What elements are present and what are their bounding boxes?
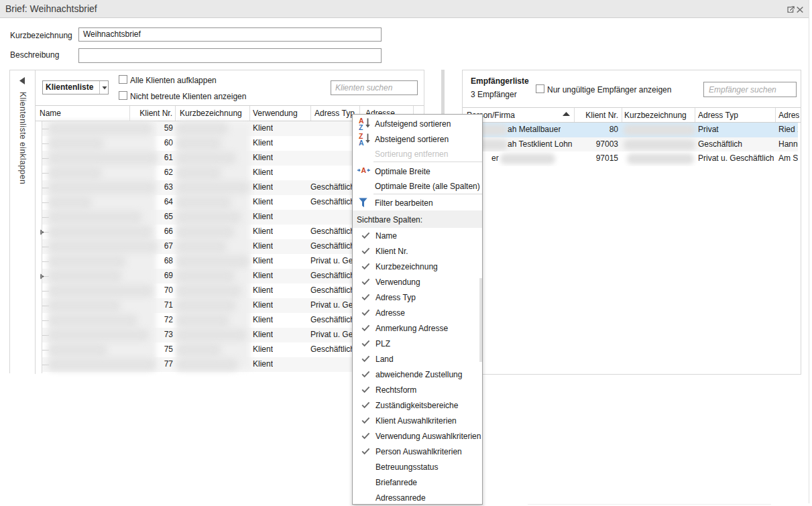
svg-text:A: A — [361, 166, 367, 174]
svg-text:Z: Z — [359, 123, 363, 131]
svg-text:A: A — [359, 139, 364, 146]
